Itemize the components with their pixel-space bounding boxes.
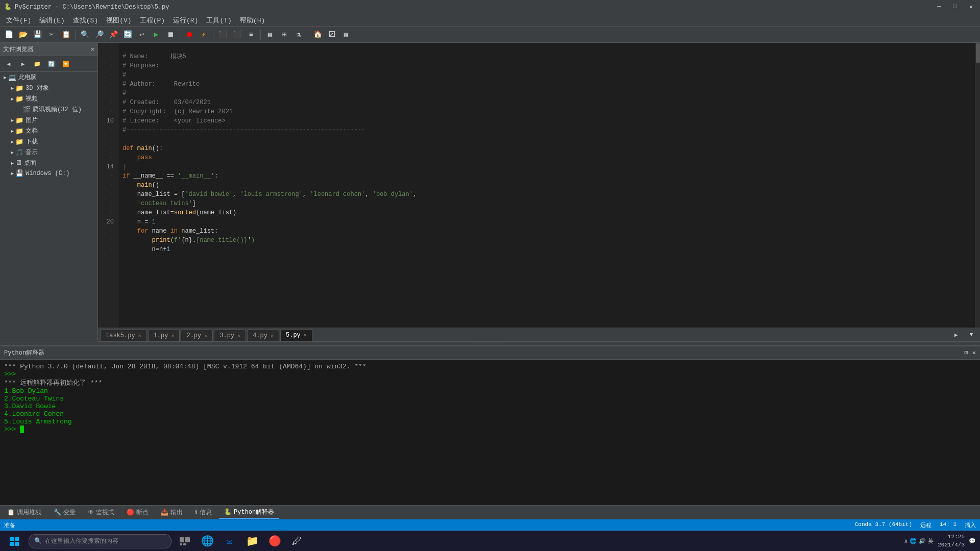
search-icon: 🔍 (34, 537, 42, 545)
tab-call-stack[interactable]: 📋 调用堆栈 (2, 507, 46, 518)
system-clock[interactable]: 12:25 2021/4/3 (938, 533, 965, 549)
edge-browser-button[interactable]: 🌐 (198, 532, 216, 550)
menu-run[interactable]: 运行(R) (169, 15, 202, 26)
maximize-button[interactable]: □ (950, 2, 960, 12)
sidebar-btn1[interactable]: ◀ (2, 57, 15, 70)
toolbar-open[interactable]: 📂 (16, 28, 30, 41)
tab-close-icon[interactable]: ✕ (304, 332, 307, 338)
tab-label: 监视式 (96, 508, 114, 517)
toolbar-btn11[interactable]: ▦ (263, 28, 277, 41)
tree-item-music[interactable]: ▶ 🎵 音乐 (7, 147, 97, 158)
tab-close-icon[interactable]: ✕ (204, 333, 207, 339)
toolbar-btn15[interactable]: 🖼 (325, 28, 338, 41)
menu-tools[interactable]: 工具(T) (202, 15, 235, 26)
toolbar-btn8[interactable]: ⬛ (216, 28, 229, 41)
sidebar-close-icon[interactable]: ✕ (91, 45, 94, 53)
tab-3py[interactable]: 3.py ✕ (214, 330, 246, 341)
toolbar-btn5[interactable]: ↩ (135, 28, 149, 41)
menu-file[interactable]: 文件(F) (2, 15, 35, 26)
toolbar-btn6[interactable]: ⏺ (183, 28, 196, 41)
tray-network[interactable]: 🌐 (910, 538, 917, 544)
sidebar-filter[interactable]: 🔽 (59, 57, 72, 70)
interpreter-close-icon[interactable]: ✕ (972, 349, 976, 357)
tab-close-icon[interactable]: ✕ (138, 333, 141, 339)
toolbar-btn2[interactable]: 🔎 (92, 28, 106, 41)
menu-help[interactable]: 帮助(H) (236, 15, 269, 26)
folder-icon: 📁 (15, 127, 23, 135)
toolbar-btn4[interactable]: 🔄 (121, 28, 134, 41)
toolbar-btn10[interactable]: ≡ (244, 28, 258, 41)
menu-view[interactable]: 视图(V) (102, 15, 135, 26)
toolbar-btn12[interactable]: ⊞ (278, 28, 291, 41)
menu-project[interactable]: 工程(P) (136, 15, 169, 26)
expand-icon: ▶ (9, 170, 15, 177)
toolbar-btn7[interactable]: ⚡ (197, 28, 210, 41)
tree-item-windows[interactable]: ▶ 💾 Windows (C:) (7, 168, 97, 179)
interpreter-output[interactable]: *** Python 3.7.0 (default, Jun 28 2018, … (0, 360, 980, 505)
toolbar-btn14[interactable]: 🏠 (311, 28, 324, 41)
toolbar-stop[interactable]: ⏹ (164, 28, 177, 41)
tab-output[interactable]: 📤 输出 (156, 507, 188, 518)
tray-volume[interactable]: 🔊 (919, 538, 926, 544)
sidebar-btn2[interactable]: ▶ (16, 57, 30, 70)
tree-item-tencent[interactable]: 🎬 腾讯视频(32 位) (14, 104, 97, 115)
taskbar-search[interactable]: 🔍 在这里输入你要搜索的内容 (29, 534, 172, 548)
toolbar-copy[interactable]: 📋 (59, 28, 72, 41)
code-container[interactable]: · · · · · · · · 10 · · · · 14 · · · (98, 43, 980, 328)
sidebar-new-folder[interactable]: 📁 (31, 57, 44, 70)
tab-python-interpreter[interactable]: 🐍 Python解释器 (219, 506, 279, 519)
app-button[interactable]: 🖊 (288, 532, 306, 550)
tab-close-icon[interactable]: ✕ (271, 333, 274, 339)
panel-splitter[interactable]: · · · · · (0, 342, 980, 346)
toolbar-cut[interactable]: ✂ (45, 28, 58, 41)
tree-item-desktop[interactable]: ▶ 🖥 桌面 (7, 158, 97, 168)
tree-item-docs[interactable]: ▶ 📁 文档 (7, 126, 97, 136)
tab-4py[interactable]: 4.py ✕ (247, 330, 279, 341)
tree-item-downloads[interactable]: ▶ 📁 下载 (7, 136, 97, 147)
tab-1py[interactable]: 1.py ✕ (148, 330, 180, 341)
toolbar-btn3[interactable]: 📌 (107, 28, 120, 41)
file-explorer-button[interactable]: 📁 (243, 532, 261, 550)
sidebar-refresh[interactable]: 🔄 (45, 57, 58, 70)
tab-2py[interactable]: 2.py ✕ (181, 330, 213, 341)
interpreter-expand-icon[interactable]: ⊡ (965, 349, 968, 357)
tray-arrow[interactable]: ∧ (904, 538, 908, 544)
notification-icon[interactable]: 💬 (969, 538, 976, 544)
titlebar-controls[interactable]: ─ □ ✕ (934, 2, 976, 12)
editor-scrollbar[interactable] (975, 43, 980, 328)
toolbar-btn13[interactable]: ⚗ (292, 28, 305, 41)
tree-item-3d[interactable]: ▶ 📁 3D 对象 (7, 83, 97, 93)
tab-5py[interactable]: 5.py ✕ (280, 329, 312, 341)
toolbar-btn9[interactable]: ⬛ (230, 28, 243, 41)
tab-task5py[interactable]: task5.py ✕ (100, 330, 147, 341)
tree-item-pc[interactable]: ▶ 💻 此电脑 (0, 72, 97, 83)
tree-item-video[interactable]: ▶ 📁 视频 (7, 93, 97, 104)
toolbar-new[interactable]: 📄 (2, 28, 15, 41)
tab-close-icon[interactable]: ✕ (237, 333, 240, 339)
toolbar-run[interactable]: ▶ (150, 28, 163, 41)
tree-item-pictures[interactable]: ▶ 📁 图片 (7, 115, 97, 126)
minimize-button[interactable]: ─ (934, 2, 944, 12)
folder-icon: 📁 (15, 84, 23, 92)
menu-find[interactable]: 查找(S) (69, 15, 102, 26)
tree-label: 3D 对象 (26, 84, 49, 92)
toolbar-search[interactable]: 🔍 (78, 28, 91, 41)
toolbar-save[interactable]: 💾 (31, 28, 44, 41)
tab-label: 断点 (136, 508, 149, 517)
menu-edit[interactable]: 编辑(E) (35, 15, 68, 26)
tab-watch[interactable]: 👁 监视式 (83, 507, 119, 518)
tab-variables[interactable]: 🔧 变量 (48, 507, 81, 518)
tab-info[interactable]: ℹ 信息 (190, 507, 217, 518)
task-view-button[interactable] (176, 532, 194, 550)
tab-close-icon[interactable]: ✕ (171, 333, 174, 339)
close-button[interactable]: ✕ (966, 2, 976, 12)
tab-menu[interactable]: ▼ (965, 328, 978, 341)
tab-scroll-right[interactable]: ▶ (949, 328, 963, 341)
start-button[interactable] (4, 531, 24, 552)
mail-button[interactable]: ✉ (220, 532, 239, 550)
tab-breakpoints[interactable]: 🔴 断点 (121, 507, 154, 518)
browser-button2[interactable]: 🔴 (265, 532, 284, 550)
toolbar-btn16[interactable]: ▦ (339, 28, 353, 41)
tray-lang[interactable]: 英 (928, 537, 934, 545)
code-text[interactable]: # Name: 模块5 # Purpose: # # Author: Rewri… (118, 43, 975, 328)
